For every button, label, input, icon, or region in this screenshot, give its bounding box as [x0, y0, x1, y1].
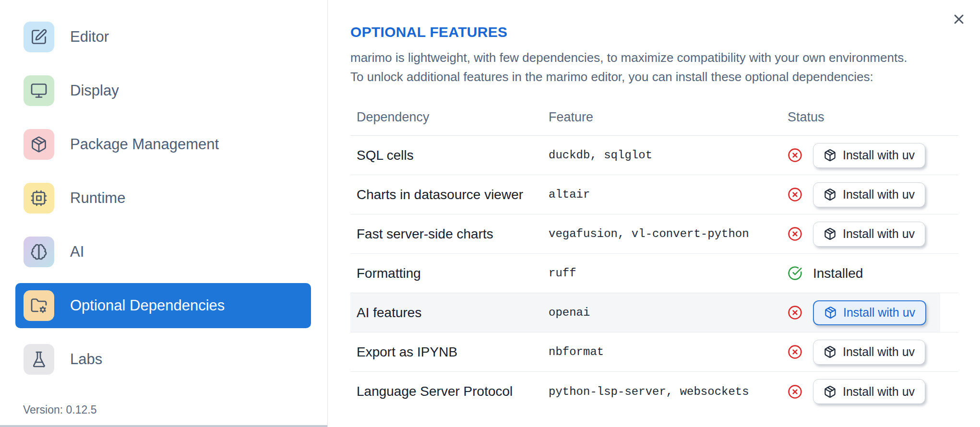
package-icon — [824, 188, 837, 201]
package-icon — [824, 227, 837, 240]
square-pen-icon — [24, 22, 54, 52]
not-installed-x-icon — [788, 226, 802, 241]
close-icon — [951, 12, 967, 27]
table-row: Charts in datasource viewer altair Insta… — [350, 175, 958, 214]
install-with-uv-button[interactable]: Install with uv — [813, 379, 925, 404]
install-with-uv-button[interactable]: Install with uv — [813, 143, 925, 168]
table-header-row: Dependency Feature Status — [350, 99, 958, 136]
settings-sidebar: Editor Display Package Management Runtim… — [0, 0, 328, 427]
table-row: Language Server Protocol python-lsp-serv… — [350, 372, 958, 411]
page-title: OPTIONAL FEATURES — [350, 24, 958, 40]
dependency-cell: Charts in datasource viewer — [350, 187, 549, 202]
close-button[interactable] — [951, 12, 967, 27]
feature-cell: nbformat — [549, 345, 788, 358]
sidebar-item-label: Editor — [70, 28, 109, 46]
sidebar-item-package-management[interactable]: Package Management — [15, 122, 311, 167]
sidebar-item-editor[interactable]: Editor — [15, 14, 311, 59]
flask-icon — [24, 344, 54, 375]
not-installed-x-icon — [788, 384, 802, 399]
feature-cell: duckdb, sqlglot — [549, 149, 788, 162]
status-cell: Install with uv — [788, 182, 958, 207]
dependency-cell: Language Server Protocol — [350, 384, 549, 399]
dependency-cell: Fast server-side charts — [350, 226, 549, 242]
status-cell: Install with uv — [788, 340, 958, 365]
feature-cell: python-lsp-server, websockets — [549, 385, 788, 398]
installed-label: Installed — [813, 266, 863, 281]
table-row: Formatting ruff Installed — [350, 254, 958, 293]
sidebar-item-label: Package Management — [70, 136, 219, 153]
install-with-uv-button[interactable]: Install with uv — [813, 340, 925, 365]
package-icon — [24, 129, 54, 160]
dependency-cell: SQL cells — [350, 148, 549, 163]
status-cell: Installed — [788, 266, 958, 281]
sidebar-item-label: Display — [70, 82, 119, 99]
not-installed-x-icon — [788, 305, 802, 320]
optional-features-panel: OPTIONAL FEATURES marimo is lightweight,… — [328, 0, 980, 427]
status-cell: Install with uv — [788, 379, 958, 404]
feature-cell: ruff — [549, 267, 788, 280]
install-with-uv-button[interactable]: Install with uv — [813, 222, 925, 247]
sidebar-item-labs[interactable]: Labs — [15, 337, 311, 382]
sidebar-item-ai[interactable]: AI — [15, 229, 311, 274]
sidebar-nav: Editor Display Package Management Runtim… — [15, 14, 311, 382]
not-installed-x-icon — [788, 187, 802, 202]
installed-check-icon — [788, 266, 802, 281]
table-header-status: Status — [788, 110, 958, 125]
brain-icon — [24, 237, 54, 267]
feature-cell: openai — [549, 306, 788, 319]
sidebar-item-display[interactable]: Display — [15, 68, 311, 113]
status-cell: Install with uv — [788, 222, 958, 247]
sidebar-item-label: AI — [70, 243, 84, 261]
dependency-cell: AI features — [350, 305, 549, 320]
description: marimo is lightweight, with few dependen… — [350, 48, 958, 86]
feature-cell: vegafusion, vl-convert-python — [549, 227, 788, 240]
status-cell: Install with uv — [788, 143, 958, 168]
status-cell: Install with uv — [788, 300, 958, 325]
cpu-icon — [24, 183, 54, 214]
feature-cell: altair — [549, 188, 788, 201]
table-row: Export as IPYNB nbformat Install with uv — [350, 332, 958, 372]
install-button-label: Install with uv — [843, 188, 915, 202]
sidebar-item-label: Labs — [70, 351, 102, 368]
dependency-cell: Export as IPYNB — [350, 344, 549, 360]
table-header-dependency: Dependency — [350, 110, 549, 125]
folder-cog-icon — [24, 290, 54, 321]
monitor-icon — [24, 75, 54, 106]
dependency-cell: Formatting — [350, 266, 549, 281]
install-with-uv-button[interactable]: Install with uv — [813, 182, 925, 207]
description-line: To unlock additional features in the mar… — [350, 67, 958, 86]
install-button-label: Install with uv — [843, 345, 915, 359]
not-installed-x-icon — [788, 344, 802, 359]
install-button-label: Install with uv — [843, 148, 915, 162]
package-icon — [824, 149, 837, 162]
sidebar-item-label: Runtime — [70, 190, 125, 207]
dependencies-table: Dependency Feature Status SQL cells duck… — [350, 99, 958, 411]
table-body: SQL cells duckdb, sqlglot Install with u… — [350, 136, 958, 411]
install-with-uv-button[interactable]: Install with uv — [813, 300, 926, 325]
not-installed-x-icon — [788, 148, 802, 163]
table-row: AI features openai Install with uv — [350, 293, 958, 332]
table-row: SQL cells duckdb, sqlglot Install with u… — [350, 136, 958, 175]
table-header-feature: Feature — [549, 110, 788, 125]
install-button-label: Install with uv — [843, 306, 915, 320]
sidebar-item-optional-dependencies[interactable]: Optional Dependencies — [15, 283, 311, 328]
dialog-bottom-edge — [0, 425, 327, 427]
install-button-label: Install with uv — [843, 385, 915, 399]
package-icon — [824, 345, 837, 358]
sidebar-item-label: Optional Dependencies — [70, 297, 225, 314]
version-label: Version: 0.12.5 — [23, 403, 96, 416]
description-line: marimo is lightweight, with few dependen… — [350, 48, 958, 67]
package-icon — [824, 385, 837, 398]
package-icon — [824, 306, 837, 319]
sidebar-item-runtime[interactable]: Runtime — [15, 176, 311, 221]
install-button-label: Install with uv — [843, 227, 915, 241]
table-row: Fast server-side charts vegafusion, vl-c… — [350, 214, 958, 254]
